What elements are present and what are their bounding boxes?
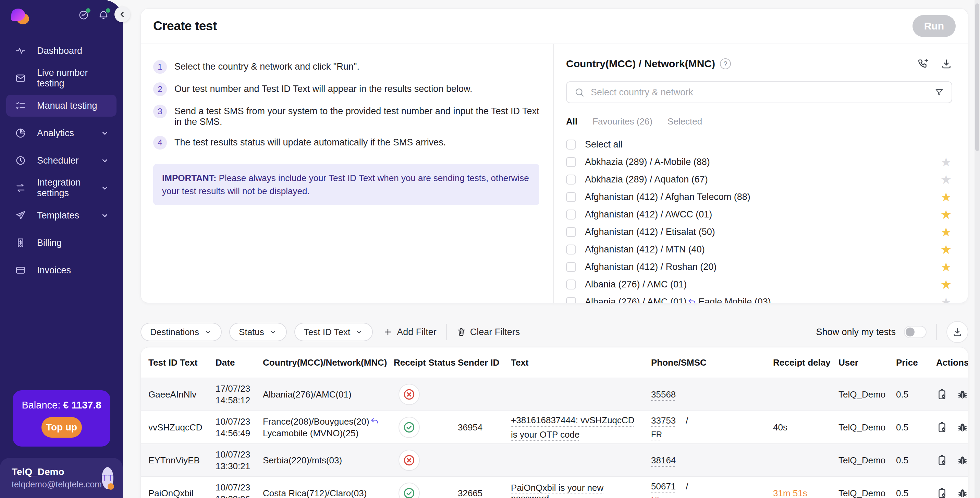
col-phone-smsc: Phone/SMSC (651, 358, 773, 368)
sidebar-collapse-button[interactable] (115, 6, 130, 22)
favourite-star-icon[interactable]: ★ (940, 278, 951, 291)
sidebar-item-manual-testing[interactable]: Manual testing (6, 95, 116, 117)
user-bar[interactable]: TelQ_Demo telqdemo@telqtele.com TT (0, 458, 123, 498)
checklist-icon (15, 100, 26, 111)
download-networks-icon[interactable] (940, 58, 952, 70)
favourite-star-icon[interactable]: ★ (940, 261, 951, 273)
smsc-code[interactable]: NL (651, 496, 662, 498)
network-list-item: Afghanistan (412) / Roshan (20) ★ (566, 258, 952, 276)
sidebar-item-label: Invoices (37, 265, 110, 276)
status-monitor-icon[interactable] (78, 10, 89, 21)
smsc-code[interactable]: FR (651, 430, 662, 439)
sms-text[interactable]: +381616837444: vvSHZuqcCD is your OTP co… (511, 415, 635, 440)
instruction-step: 3 Send a test SMS from your system to th… (153, 105, 539, 127)
debug-bug-icon[interactable] (957, 389, 968, 400)
phone-number[interactable]: 33753 (651, 415, 676, 426)
select-all-row: Select all (566, 136, 952, 153)
cell-date: 10/07/2313:30:21 (216, 449, 263, 472)
favourite-star-icon[interactable]: ★ (940, 244, 951, 256)
cell-price: 0.5 (896, 488, 936, 498)
favourite-star-icon[interactable]: ★ (940, 226, 951, 238)
filter-funnel-icon[interactable] (934, 88, 944, 97)
debug-bug-icon[interactable] (957, 487, 968, 498)
network-checkbox[interactable] (566, 175, 576, 185)
table-row[interactable]: vvSHZuqcCD 10/07/2314:56:49 France(208)/… (141, 410, 968, 444)
top-up-button[interactable]: Top up (41, 417, 82, 437)
sidebar-item-label: Scheduler (37, 155, 100, 166)
network-checkbox[interactable] (566, 244, 576, 254)
favourite-star-icon[interactable]: ★ (940, 296, 951, 303)
sidebar-item-analytics[interactable]: Analytics (6, 122, 116, 144)
network-list-item: Albania (276) / AMC (01) ★ (566, 276, 952, 293)
table-row[interactable]: GaeeAInNlv 17/07/2314:58:12 Albania(276)… (141, 378, 968, 410)
favourite-star-icon[interactable]: ★ (940, 156, 951, 168)
step-text: The test results status will update auto… (174, 136, 446, 148)
network-checkbox[interactable] (566, 297, 576, 303)
toolbar-divider (446, 324, 447, 340)
cell-user: TelQ_Demo (838, 422, 896, 433)
sidebar-item-dashboard[interactable]: Dashboard (6, 40, 116, 62)
debug-bug-icon[interactable] (957, 421, 968, 433)
phone-number[interactable]: 35568 (651, 389, 676, 399)
network-checkbox[interactable] (566, 157, 576, 167)
debug-bug-icon[interactable] (957, 455, 968, 466)
add-filter-button[interactable]: Add Filter (383, 327, 436, 337)
scrollbar-thumb[interactable] (975, 3, 979, 151)
test-details-icon[interactable] (936, 389, 948, 400)
balance-card: Balance: € 1137.8 Top up (13, 390, 110, 447)
paper-plane-icon (15, 210, 26, 221)
sidebar-item-integration-settings[interactable]: Integration settings (6, 177, 116, 199)
tab-all[interactable]: All (566, 116, 578, 127)
clear-filters-button[interactable]: Clear Filters (457, 327, 520, 337)
status-failed-icon (399, 450, 420, 471)
download-results-button[interactable] (947, 321, 968, 343)
network-list-item: Abkhazia (289) / A-Mobile (88) ★ (566, 153, 952, 171)
network-checkbox[interactable] (566, 262, 576, 272)
show-only-my-tests-label: Show only my tests (816, 327, 896, 337)
filter-pill-destinations[interactable]: Destinations (140, 323, 222, 341)
sidebar-item-billing[interactable]: Billing (6, 232, 116, 254)
favourite-star-icon[interactable]: ★ (940, 209, 951, 221)
tab-selected[interactable]: Selected (668, 116, 702, 127)
instruction-step: 4 The test results status will update au… (153, 136, 539, 150)
network-checkbox[interactable] (566, 209, 576, 220)
chevron-down-icon (100, 211, 110, 220)
sidebar-item-templates[interactable]: Templates (6, 204, 116, 227)
favourite-star-icon[interactable]: ★ (940, 191, 951, 203)
filter-pill-status[interactable]: Status (229, 323, 287, 341)
run-button[interactable]: Run (913, 15, 956, 37)
select-all-checkbox[interactable] (566, 140, 576, 150)
show-only-my-tests-toggle[interactable] (904, 326, 926, 338)
test-details-icon[interactable] (936, 455, 948, 466)
sms-text[interactable]: PaiOnQxbil is your new password. (511, 482, 603, 498)
test-details-icon[interactable] (936, 487, 948, 498)
avatar[interactable]: TT (102, 467, 113, 489)
sidebar-item-invoices[interactable]: Invoices (6, 259, 116, 281)
phone-number[interactable]: 38164 (651, 455, 676, 465)
table-row[interactable]: EYTnnViyEB 10/07/2313:30:21 Serbia(220)/… (141, 444, 968, 476)
network-checkbox[interactable] (566, 227, 576, 237)
cell-actions (936, 421, 968, 433)
test-details-icon[interactable] (936, 421, 948, 433)
cell-country: Albania(276)/AMC(01) (263, 389, 394, 400)
sidebar-item-live-number-testing[interactable]: Live number testing (6, 67, 116, 89)
step-number: 1 (153, 60, 167, 74)
network-checkbox[interactable] (566, 279, 576, 289)
sidebar-item-scheduler[interactable]: Scheduler (6, 150, 116, 171)
table-row[interactable]: PaiOnQxbil 10/07/2313:29:06 Costa Rica(7… (141, 476, 968, 498)
notifications-bell-icon[interactable] (98, 10, 109, 21)
filter-pill-test-id-text[interactable]: Test ID Text (294, 323, 373, 341)
favourite-star-icon[interactable]: ★ (940, 174, 951, 186)
sidebar-item-label: Analytics (37, 128, 100, 139)
tab-favourites[interactable]: Favourites (26) (592, 116, 652, 127)
phone-number[interactable]: 50671 (651, 481, 676, 492)
add-phone-icon[interactable] (917, 58, 929, 70)
network-label: Afghanistan (412) / MTN (40) (585, 244, 705, 255)
step-number: 4 (153, 136, 167, 150)
help-icon[interactable]: ? (720, 58, 731, 69)
cell-phone-smsc: 33753 / FR (651, 413, 773, 441)
page-scrollbar[interactable] (975, 0, 980, 498)
cell-price: 0.5 (896, 455, 936, 466)
network-search-input[interactable] (591, 87, 934, 98)
network-checkbox[interactable] (566, 192, 576, 202)
